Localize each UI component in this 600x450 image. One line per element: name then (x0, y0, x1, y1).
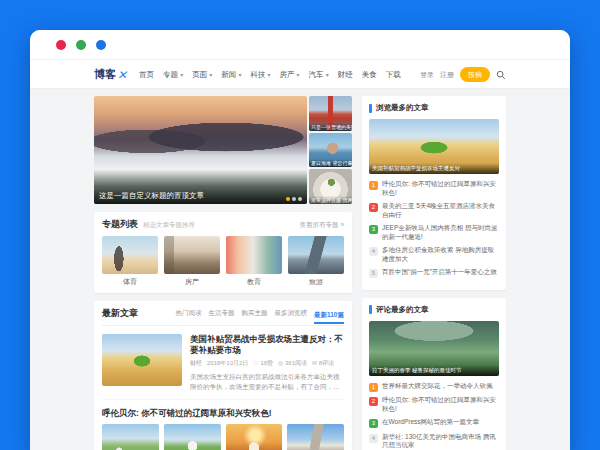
article-category[interactable]: 财经 (190, 359, 202, 368)
page-viewport: 博客 ✕ 首页 专题 ▾ 页面 ▾ 新闻 ▾ 科技 ▾ 房产 ▾ 汽车 ▾ 财经… (30, 61, 570, 450)
topics-more-link[interactable]: 查看所有专题 » (300, 221, 344, 230)
tab-life-topics[interactable]: 生活专题 (209, 309, 235, 318)
most-commented-widget: 评论最多的文章 拉丁美洲的春季 秘鲁探秘的最佳时节 1 世界杯最大牌交际花，一举… (362, 298, 506, 450)
carousel-dot[interactable] (298, 197, 302, 201)
article-meta: 财经 2018年10月2日 ♡ 18赞 ◎ 361阅读 ✉ 8评论 (190, 359, 344, 368)
article-row: 美国补贴贸易战中受损农场主遭反对：不要补贴要市场 财经 2018年10月2日 ♡… (102, 326, 344, 400)
article-row: 呼伦贝尔: 你不可错过的辽阔草原和兴安秋色! 旅游 2018年5月3日 ♡ 1 (102, 400, 344, 450)
article-likes: 18赞 (260, 360, 273, 366)
nav-item-topics[interactable]: 专题 ▾ (163, 70, 183, 80)
topic-card-education[interactable]: 教育 (226, 236, 282, 287)
article-title[interactable]: 美国补贴贸易战中受损农场主遭反对：不要补贴要市场 (190, 334, 344, 356)
search-icon[interactable] (496, 70, 506, 80)
widget-title: 评论最多的文章 (376, 305, 429, 315)
chevron-down-icon: ▾ (326, 72, 329, 78)
rank-badge: 3 (369, 419, 378, 428)
article-gallery (102, 424, 344, 450)
like-icon: ♡ (253, 360, 258, 366)
nav-item-tech[interactable]: 科技 ▾ (250, 70, 270, 80)
list-item[interactable]: 4 多地住房公积金政策收紧 异地购房提取难度加大 (369, 246, 499, 264)
window-titlebar[interactable] (30, 30, 570, 60)
gallery-thumbnail[interactable] (164, 424, 221, 450)
nav-item-home[interactable]: 首页 (139, 70, 154, 80)
latest-articles-section: 最新文章 热门阅读 生活专题 购买主题 最多浏览榜 最新110篇 (94, 301, 352, 450)
ranked-article-title: 百胜中国“捐一元”开启第十一年爱心之旅 (382, 268, 497, 278)
chevron-down-icon: ▾ (180, 72, 183, 78)
nav-item-property[interactable]: 房产 ▾ (280, 70, 300, 80)
carousel-slide-image[interactable]: 这是一篇自定义标题的置顶文章 (94, 96, 307, 204)
chevron-down-icon: ▾ (297, 72, 300, 78)
ranked-article-title: 呼伦贝尔: 你不可错过的辽阔草原和兴安秋色! (382, 180, 499, 198)
register-link[interactable]: 注册 (440, 70, 454, 80)
ranked-article-title: JEEP全新牧马人国内将亮相 想与时尚派的新一代邂逅! (382, 224, 499, 242)
featured-thumb-beach[interactable]: 夏日海滩 背起行囊去旅行 (309, 133, 352, 168)
topics-subtitle: 精选文章专题推荐 (143, 221, 300, 230)
featured-thumb-bridge[interactable]: 只是一张普通的美图 (309, 96, 352, 131)
list-item[interactable]: 2 呼伦贝尔: 你不可错过的辽阔草原和兴安秋色! (369, 396, 499, 414)
latest-title: 最新文章 (102, 307, 176, 320)
rank-badge: 4 (369, 247, 378, 256)
topic-card-travel[interactable]: 旅游 (288, 236, 344, 287)
tab-hot-reads[interactable]: 热门阅读 (176, 309, 202, 318)
submit-post-button[interactable]: 投稿 (460, 67, 490, 82)
topic-card-property[interactable]: 房产 (164, 236, 220, 287)
maximize-window-dot[interactable] (96, 40, 106, 50)
article-date: 2018年10月2日 (207, 359, 248, 368)
topic-image (226, 236, 282, 274)
list-item[interactable]: 2 最美的三亚 5天4晚全五星酒店潜水美食自由行 (369, 202, 499, 220)
featured-carousel: 这是一篇自定义标题的置顶文章 只是一张普通的美图 (94, 96, 352, 204)
topic-label: 教育 (226, 277, 282, 287)
list-item[interactable]: 3 在WordPress网站写的第一篇文章 (369, 418, 499, 428)
widget-accent-bar (369, 305, 372, 314)
rank-badge: 2 (369, 397, 378, 406)
article-excerpt: 美国农场主支持白宫的贸易战做法引来各方单边关税限价的争执，农场主需要的不是补贴，… (190, 372, 344, 391)
list-item[interactable]: 1 世界杯最大牌交际花，一举动令人钦佩 (369, 382, 499, 392)
ranked-article-list: 1 呼伦贝尔: 你不可错过的辽阔草原和兴安秋色! 2 最美的三亚 5天4晚全五星… (369, 180, 499, 278)
list-item[interactable]: 3 JEEP全新牧马人国内将亮相 想与时尚派的新一代邂逅! (369, 224, 499, 242)
rank-badge: 5 (369, 269, 378, 278)
ranked-article-title: 呼伦贝尔: 你不可错过的辽阔草原和兴安秋色! (382, 396, 499, 414)
featured-thumb-food[interactable]: 家常凉拌豆腐 清爽美味 (309, 169, 352, 204)
topic-label: 旅游 (288, 277, 344, 287)
tab-latest-active[interactable]: 最新110篇 (314, 311, 344, 324)
logo-x-icon: ✕ (117, 68, 127, 82)
article-comments[interactable]: 8评论 (319, 360, 334, 366)
nav-item-news[interactable]: 新闻 ▾ (221, 70, 241, 80)
carousel-caption[interactable]: 这是一篇自定义标题的置顶文章 (99, 191, 204, 201)
site-logo[interactable]: 博客 ✕ (94, 67, 127, 82)
ranked-article-title: 世界杯最大牌交际花，一举动令人钦佩 (382, 382, 493, 392)
article-views: 361阅读 (285, 360, 307, 366)
nav-item-download[interactable]: 下载 (386, 70, 401, 80)
nav-item-cars[interactable]: 汽车 ▾ (309, 70, 329, 80)
list-item[interactable]: 4 新华社: 130亿美元的中国电商市场 腾讯只想当玩家 (369, 433, 499, 450)
article-title[interactable]: 呼伦贝尔: 你不可错过的辽阔草原和兴安秋色! (102, 408, 344, 419)
minimize-window-dot[interactable] (76, 40, 86, 50)
topic-card-sports[interactable]: 体育 (102, 236, 158, 287)
topics-title: 专题列表 (102, 218, 138, 231)
login-link[interactable]: 登录 (420, 70, 434, 80)
rank-badge: 4 (369, 434, 378, 443)
article-thumbnail[interactable] (102, 334, 182, 386)
logo-text: 博客 (94, 67, 116, 82)
nav-item-food[interactable]: 美食 (362, 70, 377, 80)
widget-featured-caption: 美国补贴贸易战中受损农场主遭反对 (369, 163, 499, 174)
desktop-background: 博客 ✕ 首页 专题 ▾ 页面 ▾ 新闻 ▾ 科技 ▾ 房产 ▾ 汽车 ▾ 财经… (0, 0, 600, 450)
topic-image (288, 236, 344, 274)
widget-featured-image[interactable]: 美国补贴贸易战中受损农场主遭反对 (369, 119, 499, 174)
carousel-dot[interactable] (292, 197, 296, 201)
widget-featured-caption: 拉丁美洲的春季 秘鲁探秘的最佳时节 (369, 365, 499, 376)
carousel-dot[interactable] (286, 197, 290, 201)
widget-title: 浏览最多的文章 (376, 103, 429, 113)
gallery-thumbnail[interactable] (287, 424, 344, 450)
nav-item-pages[interactable]: 页面 ▾ (192, 70, 212, 80)
widget-featured-image[interactable]: 拉丁美洲的春季 秘鲁探秘的最佳时节 (369, 321, 499, 376)
close-window-dot[interactable] (56, 40, 66, 50)
gallery-thumbnail[interactable] (226, 424, 283, 450)
gallery-thumbnail[interactable] (102, 424, 159, 450)
list-item[interactable]: 5 百胜中国“捐一元”开启第十一年爱心之旅 (369, 268, 499, 278)
nav-item-finance[interactable]: 财经 (338, 70, 353, 80)
ranked-article-title: 在WordPress网站写的第一篇文章 (382, 418, 479, 428)
tab-buy-theme[interactable]: 购买主题 (242, 309, 268, 318)
tab-most-viewed[interactable]: 最多浏览榜 (275, 309, 308, 318)
list-item[interactable]: 1 呼伦贝尔: 你不可错过的辽阔草原和兴安秋色! (369, 180, 499, 198)
